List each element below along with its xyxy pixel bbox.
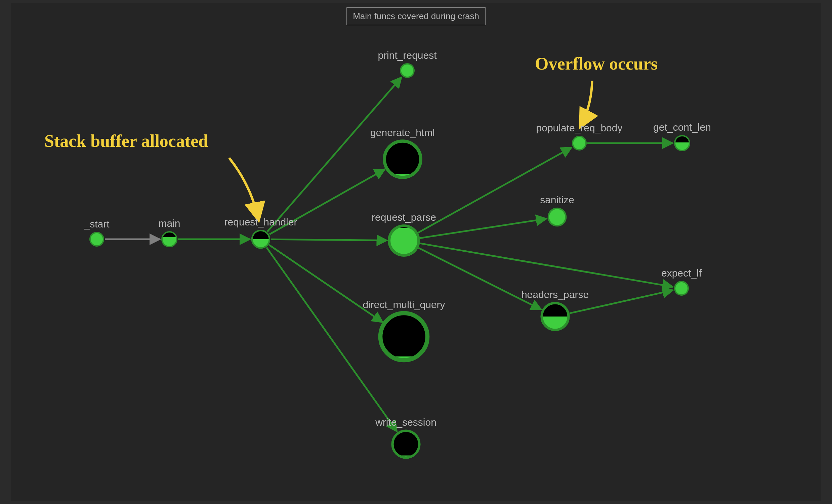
node-populate_req_body[interactable] — [573, 136, 586, 150]
node-start[interactable] — [90, 233, 104, 246]
edge-request_parse-to-expect_lf — [420, 243, 673, 287]
node-label-print_request: print_request — [378, 50, 437, 61]
edge-request_handler-to-print_request — [267, 77, 401, 232]
annotation-arrow-overflow — [580, 81, 592, 128]
node-label-sanitize: sanitize — [540, 194, 574, 206]
node-label-headers_parse: headers_parse — [521, 289, 589, 300]
edge-request_handler-to-direct_multi_query — [269, 245, 383, 322]
node-direct_multi_query[interactable] — [381, 313, 427, 360]
node-label-main: main — [158, 218, 180, 229]
svg-rect-20 — [252, 239, 269, 248]
annotation-arrow-stack-buffer — [229, 158, 259, 221]
annotation-overflow: Overflow occurs — [535, 54, 658, 74]
node-headers_parse[interactable] — [542, 303, 569, 330]
node-main[interactable] — [162, 232, 177, 247]
node-label-request_parse: request_parse — [372, 212, 436, 223]
node-label-direct_multi_query: direct_multi_query — [363, 299, 445, 311]
node-print_request[interactable] — [400, 64, 414, 77]
node-label-write_session: write_session — [375, 417, 437, 428]
node-request_parse[interactable] — [389, 226, 419, 255]
node-label-start: _start — [84, 218, 109, 230]
node-get_cont_len[interactable] — [675, 136, 690, 151]
svg-rect-47 — [542, 317, 569, 330]
node-write_session[interactable] — [392, 431, 419, 458]
edge-request_handler-to-request_parse — [271, 239, 387, 240]
node-generate_html[interactable] — [384, 141, 421, 178]
node-label-request_handler: request_handler — [225, 216, 297, 228]
node-request_handler[interactable] — [252, 231, 269, 248]
node-label-get_cont_len: get_cont_len — [653, 122, 711, 133]
annotation-stack-buffer: Stack buffer allocated — [44, 131, 208, 151]
node-sanitize[interactable] — [548, 208, 566, 226]
node-label-expect_lf: expect_lf — [661, 267, 702, 279]
node-expect_lf[interactable] — [675, 282, 688, 295]
graph-panel: Main funcs covered during crash _startma… — [11, 3, 821, 501]
node-label-generate_html: generate_html — [370, 127, 435, 138]
edge-request_handler-to-write_session — [266, 247, 397, 431]
node-label-populate_req_body: populate_req_body — [536, 122, 623, 134]
